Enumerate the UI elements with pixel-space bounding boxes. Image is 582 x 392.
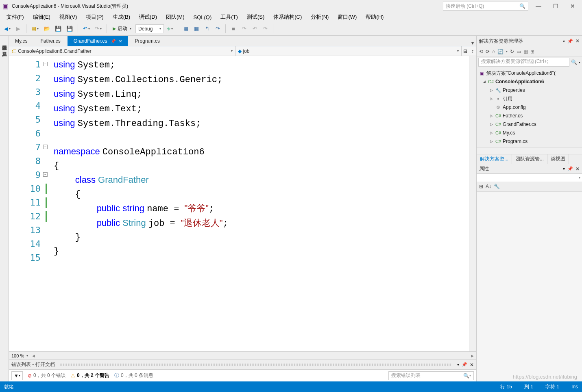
document-tab[interactable]: Father.cs — [34, 36, 66, 46]
solution-toolbar: ⟲ ⟳ ⌂ 🔄 ▾ ↻ ▭ ▦ ⊞ — [477, 46, 582, 57]
maximize-button[interactable]: ☐ — [549, 3, 562, 9]
pin-icon[interactable]: 📌 — [567, 166, 573, 171]
nav-forward-button[interactable]: ▶ — [14, 24, 23, 34]
menu-bar: 文件(F)编辑(E)视图(V)项目(P)生成(B)调试(D)团队(M)SQL(Q… — [0, 12, 582, 22]
stop-button[interactable]: ■ — [229, 24, 238, 34]
alpha-sort-icon[interactable]: A↓ — [486, 184, 491, 189]
undo-button[interactable]: ↶▾ — [81, 24, 92, 34]
menu-item[interactable]: 团队(M) — [162, 13, 189, 22]
menu-item[interactable]: SQL(Q) — [190, 13, 216, 21]
tree-node[interactable]: ⚙App.config — [477, 103, 581, 112]
back-icon[interactable]: ⟲ — [479, 49, 483, 54]
editor-margin: −−− — [46, 56, 50, 351]
step-out-button[interactable]: ↰ — [203, 24, 211, 34]
step-button-3[interactable]: ↷ — [261, 24, 270, 34]
show-all-icon[interactable]: ⊞ — [530, 49, 534, 54]
panel-dropdown-icon[interactable]: ▾ — [563, 39, 565, 43]
navigation-bar: 🏷 ConsoleApplication6.GrandFather▾ ◆ job… — [9, 46, 476, 56]
tree-node[interactable]: ▷C#Program.cs — [477, 137, 581, 146]
tree-scrollbar[interactable] — [477, 147, 582, 154]
type-dropdown[interactable]: 🏷 ConsoleApplication6.GrandFather▾ — [9, 46, 235, 56]
file-icon: ⚙ — [495, 103, 501, 112]
menu-item[interactable]: 体系结构(C) — [269, 13, 306, 22]
document-tab[interactable]: Program.cs — [129, 36, 166, 46]
menu-item[interactable]: 视图(V) — [55, 13, 81, 22]
panel-close-icon[interactable]: ✕ — [575, 38, 580, 44]
errors-filter[interactable]: ⊘0，共 0 个错误 — [28, 372, 66, 379]
tree-node[interactable]: ▷C#Father.cs — [477, 112, 581, 120]
tab-dropdown-icon[interactable]: ▾ — [471, 40, 474, 46]
document-tab[interactable]: GrandFather.cs📌✕ — [68, 36, 128, 46]
collapse-all-icon[interactable]: ▭ — [517, 49, 521, 54]
menu-item[interactable]: 文件(F) — [2, 13, 28, 22]
menu-item[interactable]: 测试(S) — [243, 13, 268, 22]
server-explorer-tab[interactable]: 服务器资源管理器 — [0, 38, 9, 45]
code-area[interactable]: using System; using System.Collections.G… — [50, 56, 469, 351]
config-dropdown[interactable]: Debug▾ — [135, 24, 164, 33]
tree-node[interactable]: ▷🔧Properties — [477, 86, 581, 95]
tab-class-view[interactable]: 类视图 — [547, 154, 569, 164]
menu-item[interactable]: 窗口(W) — [334, 13, 361, 22]
vertical-scrollbar[interactable] — [469, 56, 476, 351]
member-dropdown[interactable]: ◆ job▾ — [235, 46, 462, 56]
solution-search-input[interactable]: 搜索解决方案资源管理器(Ctrl+; — [478, 58, 569, 67]
menu-item[interactable]: 项目(P) — [82, 13, 107, 22]
nav-back-button[interactable]: ◀▾ — [2, 24, 12, 34]
save-button[interactable]: 💾 — [53, 24, 63, 34]
panel-dropdown-icon[interactable]: ▾ — [457, 362, 459, 367]
props-icon[interactable]: ▦ — [523, 49, 528, 54]
zoom-dropdown-icon[interactable]: ▾ — [26, 354, 28, 357]
sync-icon[interactable]: 🔄 — [497, 49, 504, 54]
home-icon[interactable]: ⌂ — [492, 49, 495, 54]
messages-filter[interactable]: ⓘ0，共 0 条消息 — [114, 372, 153, 379]
solution-tree[interactable]: ▣解决方案"ConsoleApplication6"( ◢C#ConsoleAp… — [477, 67, 582, 147]
quick-launch-input[interactable]: 快速启动 (Ctrl+Q)🔍 — [443, 2, 528, 11]
forward-icon[interactable]: ⟳ — [486, 49, 490, 54]
save-all-button[interactable]: 💾 — [65, 24, 74, 34]
tree-node[interactable]: ▷C#My.cs — [477, 129, 581, 137]
toolbox-tab[interactable]: 工具箱 — [0, 45, 9, 51]
browse-button[interactable]: ⎆▾ — [166, 24, 174, 34]
swap-icon[interactable]: ↕ — [469, 46, 476, 56]
status-line: 行 15 — [500, 383, 512, 390]
menu-item[interactable]: 编辑(E) — [29, 13, 54, 22]
document-tab[interactable]: My.cs — [9, 36, 33, 46]
menu-item[interactable]: 生成(B) — [109, 13, 134, 22]
menu-item[interactable]: 调试(D) — [135, 13, 161, 22]
pin-icon[interactable]: 📌 — [462, 362, 467, 367]
uncomment-button[interactable]: ▦ — [192, 24, 201, 34]
warnings-filter[interactable]: ⚠0，共 2 个警告 — [71, 372, 109, 379]
step-button-2[interactable]: ↶ — [250, 24, 259, 34]
redo-button[interactable]: ↷▾ — [93, 24, 103, 34]
panel-dropdown-icon[interactable]: ▾ — [563, 167, 565, 171]
tab-solution-explorer[interactable]: 解决方案资... — [477, 154, 512, 164]
file-icon: C# — [495, 129, 501, 137]
step-button-1[interactable]: ↷ — [240, 24, 248, 34]
step-over-button[interactable]: ↷ — [213, 24, 222, 34]
document-tabs: My.csFather.csGrandFather.cs📌✕Program.cs… — [9, 36, 476, 46]
wrench-icon[interactable]: 🔧 — [494, 184, 500, 189]
filter-button[interactable]: ▼▾ — [11, 371, 23, 380]
tree-node[interactable]: ▷▪引用 — [477, 95, 581, 103]
code-editor[interactable]: 123456789101112131415 −−− using System; … — [9, 56, 476, 351]
panel-close-icon[interactable]: ✕ — [470, 362, 474, 368]
comment-button[interactable]: ▦ — [181, 24, 190, 34]
error-search-input[interactable]: 搜索错误列表 🔍▾ — [388, 371, 474, 380]
menu-item[interactable]: 分析(N) — [307, 13, 333, 22]
minimize-button[interactable]: — — [532, 3, 545, 9]
zoom-level[interactable]: 100 % — [11, 353, 24, 358]
menu-item[interactable]: 工具(T) — [216, 13, 242, 22]
close-button[interactable]: ✕ — [566, 3, 580, 9]
menu-item[interactable]: 帮助(H) — [362, 13, 388, 22]
categorize-icon[interactable]: ⊞ — [479, 184, 483, 189]
new-project-button[interactable]: ▤▾ — [30, 24, 40, 34]
refresh-icon[interactable]: ↻ — [510, 49, 514, 54]
start-debug-button[interactable]: ▶启动▾ — [110, 24, 134, 34]
panel-close-icon[interactable]: ✕ — [575, 166, 580, 172]
pin-icon[interactable]: 📌 — [567, 39, 573, 44]
tab-team-explorer[interactable]: 团队资源管... — [512, 154, 547, 164]
open-file-button[interactable]: 📂 — [42, 24, 52, 34]
split-icon[interactable]: ⊟ — [462, 46, 469, 56]
tree-node[interactable]: ▷C#GrandFather.cs — [477, 120, 581, 129]
field-icon: ◆ — [238, 48, 242, 54]
